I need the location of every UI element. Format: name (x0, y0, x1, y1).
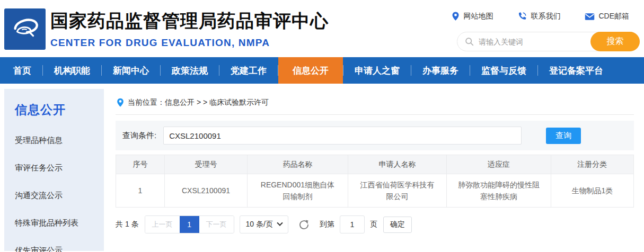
sitemap-link-label: 网站地图 (463, 12, 493, 21)
cde-mail-link[interactable]: CDE邮箱 (585, 12, 629, 21)
quick-links: 网站地图 联系我们 CDE邮箱 (427, 12, 629, 21)
pagination-total: 共 1 条 (116, 220, 139, 229)
site-titles: 国家药品监督管理局药品审评中心 CENTER FOR DRUG EVALUATI… (50, 9, 329, 49)
site-title: 国家药品监督管理局药品审评中心 (50, 9, 329, 33)
col-header-registration-class: 注册分类 (551, 155, 633, 174)
query-panel: 查询条件: 查询 (116, 121, 634, 150)
sidebar-title: 信息公开 (15, 102, 104, 118)
prev-page-button[interactable]: 上一页 (145, 216, 180, 233)
nav-item-applicant-window[interactable]: 申请人之窗 (343, 57, 411, 84)
col-header-acceptance-no: 受理号 (164, 155, 247, 174)
mail-icon (585, 13, 595, 21)
breadcrumb-pin-icon (117, 98, 124, 107)
pagination: 共 1 条 上一页 1 下一页 10 条/页 到第 页 确定 (116, 215, 634, 233)
nav-item-functions[interactable]: 机构职能 (43, 57, 101, 84)
sitemap-link[interactable]: 网站地图 (452, 12, 493, 21)
goto-page-input[interactable] (340, 215, 365, 233)
query-button[interactable]: 查询 (546, 128, 581, 144)
main-nav: 首页 机构职能 新闻中心 政策法规 党建工作 信息公开 申请人之窗 办事服务 监… (0, 57, 644, 84)
site-search: 搜索 (457, 32, 640, 51)
nav-item-services[interactable]: 办事服务 (411, 57, 470, 84)
col-header-applicant: 申请人名称 (348, 155, 447, 174)
breadcrumb-text: 当前位置：信息公开 > > 临床试验默示许可 (128, 98, 269, 107)
chevron-down-icon (277, 220, 283, 226)
pagination-group: 上一页 1 下一页 (145, 215, 234, 233)
refresh-button[interactable] (298, 219, 310, 230)
cde-logo (4, 8, 46, 50)
page-1-button[interactable]: 1 (180, 216, 199, 233)
nav-item-policies[interactable]: 政策法规 (161, 57, 219, 84)
col-header-indication: 适应症 (447, 155, 551, 174)
query-label: 查询条件: (122, 131, 156, 141)
phone-icon (517, 12, 527, 21)
cde-logo-icon (8, 13, 41, 46)
cell-index: 1 (116, 174, 165, 208)
col-header-index: 序号 (116, 155, 165, 174)
page-size-value: 10 条/页 (246, 220, 273, 229)
table-header-row: 序号 受理号 药品名称 申请人名称 适应症 注册分类 (116, 155, 634, 174)
next-page-button[interactable]: 下一页 (199, 216, 234, 233)
table-row: 1 CXSL2100091 REGEND001细胞自体回输制剂 江西省仙荷医学科… (116, 174, 634, 208)
sidebar: 信息公开 受理品种信息 审评任务公示 沟通交流公示 特殊审批品种列表 优先审评公… (4, 89, 104, 251)
site-subtitle: CENTER FOR DRUG EVALUATION, NMPA (50, 37, 329, 49)
site-header: 国家药品监督管理局药品审评中心 CENTER FOR DRUG EVALUATI… (0, 0, 644, 57)
nav-item-information-disclosure[interactable]: 信息公开 (278, 57, 343, 84)
breadcrumb: 当前位置：信息公开 > > 临床试验默示许可 (116, 89, 634, 115)
main-content: 当前位置：信息公开 > > 临床试验默示许可 查询条件: 查询 序号 受理号 药… (116, 89, 634, 233)
sidebar-item-special-approval[interactable]: 特殊审批品种列表 (15, 218, 104, 228)
nav-item-party-building[interactable]: 党建工作 (219, 57, 278, 84)
cell-applicant: 江西省仙荷医学科技有限公司 (348, 174, 447, 208)
cell-indication: 肺弥散功能障碍的慢性阻塞性肺疾病 (447, 174, 551, 208)
nav-item-home[interactable]: 首页 (2, 57, 42, 84)
nav-item-registration-platform[interactable]: 登记备案平台 (538, 57, 614, 84)
sidebar-item-accepted-varieties[interactable]: 受理品种信息 (15, 136, 104, 146)
cell-drug-name: REGEND001细胞自体回输制剂 (248, 174, 348, 208)
results-table: 序号 受理号 药品名称 申请人名称 适应症 注册分类 1 CXSL2100091… (116, 155, 634, 208)
search-input[interactable] (479, 38, 590, 46)
cell-registration-class: 生物制品1类 (551, 174, 633, 208)
page-size-select[interactable]: 10 条/页 (240, 215, 288, 233)
location-pin-icon (452, 12, 460, 21)
contact-us-link-label: 联系我们 (531, 12, 560, 21)
page-unit-label: 页 (370, 220, 377, 229)
content-row: 信息公开 受理品种信息 审评任务公示 沟通交流公示 特殊审批品种列表 优先审评公… (0, 89, 644, 251)
search-button[interactable]: 搜索 (590, 32, 640, 51)
cell-acceptance-no: CXSL2100091 (164, 174, 247, 208)
sidebar-item-priority-review[interactable]: 优先审评公示 (15, 246, 104, 252)
nav-item-news[interactable]: 新闻中心 (102, 57, 160, 84)
col-header-drug-name: 药品名称 (248, 155, 348, 174)
query-input[interactable] (163, 127, 522, 145)
cde-mail-link-label: CDE邮箱 (598, 12, 629, 21)
search-icon (465, 37, 474, 46)
nav-item-supervision-feedback[interactable]: 监督与反馈 (470, 57, 537, 84)
sidebar-item-communication[interactable]: 沟通交流公示 (15, 191, 104, 201)
contact-us-link[interactable]: 联系我们 (517, 12, 560, 21)
goto-page-label: 到第 (320, 220, 334, 229)
confirm-button[interactable]: 确定 (383, 217, 412, 233)
refresh-icon (298, 219, 310, 230)
sidebar-item-review-tasks[interactable]: 审评任务公示 (15, 163, 104, 173)
